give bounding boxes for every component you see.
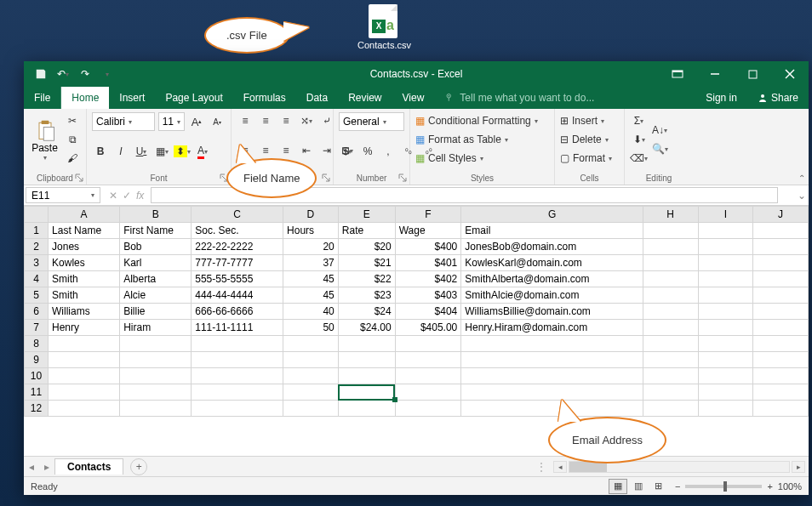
qat-customize-button[interactable]: ▾ xyxy=(97,64,117,84)
collapse-ribbon-button[interactable]: ⌃ xyxy=(798,173,805,183)
hscroll-left-button[interactable]: ◂ xyxy=(553,461,567,473)
column-header[interactable]: I xyxy=(698,207,753,223)
cell[interactable] xyxy=(283,401,339,417)
font-color-button[interactable]: A▾ xyxy=(194,143,211,160)
sheet-nav-next[interactable]: ▸ xyxy=(39,461,54,473)
insert-function-icon[interactable]: fx xyxy=(136,190,144,202)
page-layout-view-button[interactable]: ▥ xyxy=(629,479,648,494)
cell[interactable] xyxy=(698,271,753,287)
row-header[interactable]: 3 xyxy=(25,255,49,271)
cell[interactable] xyxy=(698,352,753,368)
cell[interactable]: $403 xyxy=(395,287,461,304)
format-painter-button[interactable]: 🖌 xyxy=(64,150,81,167)
cell[interactable] xyxy=(192,352,283,368)
decrease-indent-button[interactable]: ⇤ xyxy=(298,142,315,159)
cell[interactable] xyxy=(120,384,192,401)
cell[interactable]: $24 xyxy=(338,304,395,320)
copy-button[interactable]: ⧉ xyxy=(64,131,81,148)
row-header[interactable]: 12 xyxy=(25,401,49,417)
cell[interactable]: Bob xyxy=(120,239,192,255)
font-name-selector[interactable]: Calibri▾ xyxy=(92,112,155,131)
cell[interactable] xyxy=(338,352,395,368)
name-box[interactable]: E11▾ xyxy=(26,187,100,203)
row-header[interactable]: 8 xyxy=(25,336,49,352)
cell[interactable]: 222-22-2222 xyxy=(192,239,283,255)
cell[interactable]: SmithAlcie@domain.com xyxy=(461,287,643,304)
number-launcher[interactable] xyxy=(397,173,408,183)
delete-cells-button[interactable]: ⊟Delete▾ xyxy=(560,131,619,148)
zoom-slider[interactable] xyxy=(685,485,762,488)
cell[interactable] xyxy=(395,401,461,417)
cell[interactable] xyxy=(192,368,283,384)
enter-formula-icon[interactable]: ✓ xyxy=(123,190,131,202)
autosum-button[interactable]: Σ▾ xyxy=(630,112,648,129)
cell[interactable] xyxy=(395,352,461,368)
cell[interactable] xyxy=(283,384,339,401)
cell[interactable] xyxy=(395,336,461,352)
cell[interactable] xyxy=(698,287,753,304)
cell[interactable] xyxy=(461,401,643,417)
cell[interactable]: Williams xyxy=(49,304,120,320)
cell[interactable]: Billie xyxy=(120,304,192,320)
row-header[interactable]: 4 xyxy=(25,271,49,287)
row-header[interactable]: 11 xyxy=(25,384,49,401)
tab-review[interactable]: Review xyxy=(338,87,392,109)
normal-view-button[interactable]: ▦ xyxy=(609,479,627,494)
row-header[interactable]: 5 xyxy=(25,287,49,304)
cell[interactable]: Smith xyxy=(49,271,120,287)
minimize-button[interactable] xyxy=(696,61,734,87)
cell[interactable] xyxy=(698,368,753,384)
cell[interactable] xyxy=(643,368,698,384)
clipboard-launcher[interactable] xyxy=(74,173,84,183)
row-header[interactable]: 1 xyxy=(25,223,49,239)
cell[interactable] xyxy=(698,336,753,352)
cell[interactable] xyxy=(753,320,809,336)
cell[interactable] xyxy=(120,401,192,417)
cell[interactable]: Soc. Sec. xyxy=(192,223,283,239)
zoom-in-button[interactable]: + xyxy=(767,481,772,492)
cell[interactable] xyxy=(461,384,643,401)
cell[interactable]: Hours xyxy=(283,223,339,239)
cell[interactable]: $22 xyxy=(338,271,395,287)
sign-in-button[interactable]: Sign in xyxy=(695,87,747,109)
worksheet-grid[interactable]: ABCDEFGHIJ 1Last NameFirst NameSoc. Sec.… xyxy=(24,206,809,456)
column-header[interactable]: E xyxy=(338,207,395,223)
sort-filter-button[interactable]: A↓▾ xyxy=(651,122,668,139)
cell[interactable]: 37 xyxy=(283,255,339,271)
bold-button[interactable]: B xyxy=(92,143,109,160)
cell[interactable] xyxy=(698,255,753,271)
expand-formula-bar-button[interactable]: ⌄ xyxy=(795,185,809,205)
cell[interactable]: 40 xyxy=(283,304,339,320)
cell[interactable] xyxy=(192,384,283,401)
cell[interactable] xyxy=(338,384,395,401)
column-header[interactable]: H xyxy=(643,207,698,223)
tab-data[interactable]: Data xyxy=(296,87,338,109)
cell[interactable] xyxy=(283,352,339,368)
cell[interactable] xyxy=(753,239,809,255)
cell[interactable]: 45 xyxy=(283,287,339,304)
cut-button[interactable]: ✂ xyxy=(64,112,81,129)
decrease-font-button[interactable]: A▾ xyxy=(209,113,226,130)
cell[interactable] xyxy=(753,352,809,368)
cell[interactable]: $401 xyxy=(395,255,461,271)
cell[interactable] xyxy=(753,368,809,384)
cell[interactable] xyxy=(698,384,753,401)
cell[interactable] xyxy=(698,401,753,417)
cell[interactable] xyxy=(49,368,120,384)
tab-view[interactable]: View xyxy=(392,87,435,109)
cell[interactable] xyxy=(120,336,192,352)
tab-home[interactable]: Home xyxy=(61,87,109,109)
cell[interactable]: Rate xyxy=(338,223,395,239)
maximize-button[interactable] xyxy=(734,61,771,87)
cell[interactable]: 444-44-4444 xyxy=(192,287,283,304)
cell[interactable]: 111-11-1111 xyxy=(192,320,283,336)
cell[interactable]: $400 xyxy=(395,239,461,255)
cell[interactable]: $20 xyxy=(338,239,395,255)
hscroll-right-button[interactable]: ▸ xyxy=(792,461,805,473)
column-header[interactable]: C xyxy=(192,207,283,223)
insert-cells-button[interactable]: ⊞Insert▾ xyxy=(560,112,619,129)
redo-button[interactable]: ↷ xyxy=(75,64,95,84)
cell[interactable]: Alcie xyxy=(120,287,192,304)
cell[interactable] xyxy=(49,384,120,401)
align-middle-button[interactable]: ≡ xyxy=(257,112,274,129)
